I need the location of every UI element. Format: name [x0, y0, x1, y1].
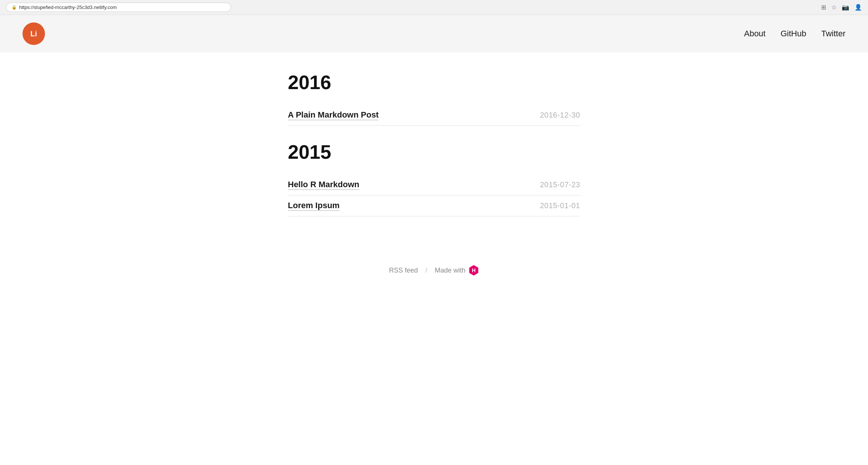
- post-date: 2015-01-01: [540, 201, 580, 210]
- post-list-2015: Hello R Markdown 2015-07-23 Lorem Ipsum …: [288, 174, 580, 216]
- footer-separator: /: [425, 267, 427, 274]
- year-section-2016: 2016 A Plain Markdown Post 2016-12-30: [288, 71, 580, 126]
- nav-about[interactable]: About: [744, 29, 766, 39]
- table-row: Lorem Ipsum 2015-01-01: [288, 195, 580, 216]
- post-date: 2016-12-30: [540, 111, 580, 119]
- profile-icon[interactable]: 👤: [855, 4, 862, 11]
- post-link-plain-markdown[interactable]: A Plain Markdown Post: [288, 110, 379, 120]
- site-nav: About GitHub Twitter: [744, 29, 846, 39]
- lock-icon: 🔒: [12, 5, 17, 10]
- post-link-hello-r[interactable]: Hello R Markdown: [288, 180, 359, 190]
- post-link-lorem-ipsum[interactable]: Lorem Ipsum: [288, 201, 340, 211]
- site-footer: RSS feed / Made with: [0, 250, 868, 298]
- site-logo[interactable]: Li: [22, 22, 45, 45]
- made-with-text: Made with: [435, 267, 465, 274]
- main-content: 2016 A Plain Markdown Post 2016-12-30 20…: [265, 52, 603, 250]
- url-text: https://stupefied-mccarthy-25c3d3.netlif…: [19, 4, 117, 10]
- table-row: A Plain Markdown Post 2016-12-30: [288, 105, 580, 126]
- table-row: Hello R Markdown 2015-07-23: [288, 174, 580, 195]
- url-bar[interactable]: 🔒 https://stupefied-mccarthy-25c3d3.netl…: [6, 3, 231, 12]
- post-list-2016: A Plain Markdown Post 2016-12-30: [288, 105, 580, 126]
- browser-toolbar-icons: ⊞ ☆ 📷 👤: [821, 4, 862, 11]
- browser-chrome: 🔒 https://stupefied-mccarthy-25c3d3.netl…: [0, 0, 868, 15]
- rss-feed-link[interactable]: RSS feed: [389, 267, 418, 274]
- nav-github[interactable]: GitHub: [781, 29, 806, 39]
- site-header: Li About GitHub Twitter: [0, 15, 868, 52]
- year-section-2015: 2015 Hello R Markdown 2015-07-23 Lorem I…: [288, 141, 580, 216]
- post-date: 2015-07-23: [540, 180, 580, 189]
- nav-twitter[interactable]: Twitter: [821, 29, 846, 39]
- made-with-container: Made with: [435, 265, 479, 276]
- year-heading-2016: 2016: [288, 71, 580, 94]
- translate-icon[interactable]: ⊞: [821, 4, 826, 11]
- screenshot-icon[interactable]: 📷: [842, 4, 849, 11]
- year-heading-2015: 2015: [288, 141, 580, 163]
- bookmark-icon[interactable]: ☆: [831, 4, 837, 11]
- hugo-icon: [468, 265, 479, 276]
